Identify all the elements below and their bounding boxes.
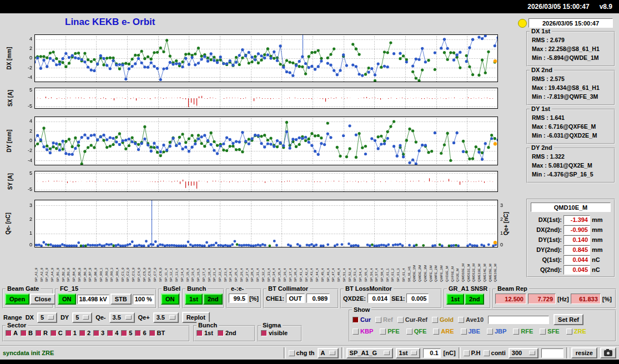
checkbox[interactable]: [121, 330, 127, 336]
checkbox-item-cur[interactable]: Cur: [353, 316, 371, 323]
beam-gate-open-button[interactable]: Open: [5, 294, 29, 305]
checkbox-item-zre[interactable]: ZRE: [566, 328, 586, 335]
ph-checkbox-item[interactable]: P.H: [464, 350, 481, 356]
beam-rep-group-label: Beam Rep: [496, 285, 529, 292]
checkbox[interactable]: [6, 330, 12, 336]
checkbox-item-ave10[interactable]: Ave10: [458, 316, 484, 323]
conti-checkbox[interactable]: [484, 350, 490, 356]
checkbox-item-a[interactable]: A: [6, 330, 18, 336]
checkbox-item-5[interactable]: 5: [121, 330, 132, 336]
beam-gate-close-button[interactable]: Close: [30, 294, 56, 305]
bpm-select-dropdown[interactable]: SP_A1_G: [346, 348, 393, 358]
checkbox[interactable]: [432, 317, 438, 323]
range-dy-dropdown[interactable]: 5: [72, 312, 92, 323]
chg-th-checkbox-item[interactable]: chg th: [289, 350, 315, 356]
checkbox[interactable]: [261, 330, 267, 336]
checkbox[interactable]: [433, 328, 439, 335]
range-dx-dropdown[interactable]: 5: [37, 312, 57, 323]
checkbox-item-3[interactable]: 3: [93, 330, 104, 336]
rate-dropdown[interactable]: 300: [509, 348, 539, 358]
bpm-label: SP_55_4: [364, 251, 368, 282]
checkbox-item-b[interactable]: B: [21, 330, 33, 336]
ph-checkbox[interactable]: [464, 350, 470, 356]
checkbox[interactable]: [66, 330, 72, 336]
checkbox-item-2[interactable]: 2: [79, 330, 90, 336]
checkbox-item-1st[interactable]: 1st: [197, 330, 213, 336]
checkbox[interactable]: [353, 317, 359, 323]
checkbox[interactable]: [197, 330, 203, 336]
checkbox-item-are[interactable]: ARE: [433, 328, 454, 335]
checkbox[interactable]: [353, 328, 359, 335]
checkbox-label: B: [28, 330, 33, 336]
checkbox[interactable]: [540, 328, 546, 335]
resize-button[interactable]: resize: [571, 347, 597, 358]
checkbox[interactable]: [461, 328, 467, 335]
aux-entry[interactable]: [541, 348, 563, 358]
range-qep-dropdown[interactable]: 3.5: [153, 312, 179, 323]
checkbox[interactable]: [513, 328, 519, 335]
checkbox-item-cur-ref[interactable]: Cur-Ref: [397, 316, 427, 323]
fc15-on-button[interactable]: ON: [58, 294, 76, 305]
checkbox-item-1[interactable]: 1: [66, 330, 77, 336]
qxd2e-value: 0.014: [368, 294, 390, 303]
checkbox[interactable]: [93, 330, 99, 336]
bunch-1st-button[interactable]: 1st: [185, 294, 203, 305]
checkbox[interactable]: [36, 330, 42, 336]
checkbox-label: C: [58, 330, 63, 336]
range-qem-dropdown[interactable]: 3.5: [109, 312, 135, 323]
checkbox-item-bt[interactable]: BT: [149, 330, 165, 336]
checkbox[interactable]: [107, 330, 113, 336]
checkbox-item-pfe[interactable]: PFE: [380, 328, 399, 335]
checkbox-item-2nd[interactable]: 2nd: [218, 330, 236, 336]
snsr-2nd-button[interactable]: 2nd: [465, 294, 485, 305]
checkbox[interactable]: [397, 317, 404, 323]
checkbox-item-jbp[interactable]: JBP: [487, 328, 506, 335]
set-ref-button[interactable]: Set Ref: [553, 314, 583, 325]
checkbox[interactable]: [458, 317, 464, 323]
checkbox-item-ref[interactable]: Ref: [375, 316, 393, 323]
checkbox-item-visible[interactable]: visible: [261, 330, 288, 336]
checkbox[interactable]: [380, 328, 386, 335]
checkbox[interactable]: [218, 330, 224, 336]
bunch-2nd-button[interactable]: 2nd: [203, 294, 223, 305]
replot-button[interactable]: Replot: [182, 312, 210, 323]
sector-a-dropdown[interactable]: A: [318, 348, 339, 358]
threshold-entry[interactable]: 0.1: [423, 348, 441, 358]
checkbox-item-kbp[interactable]: KBP: [353, 328, 373, 335]
checkbox-item-rfe[interactable]: RFE: [513, 328, 533, 335]
bpm-label: SP_C4_9: [137, 251, 141, 282]
checkbox[interactable]: [149, 330, 155, 336]
checkbox[interactable]: [375, 317, 381, 323]
checkbox[interactable]: [406, 328, 412, 335]
checkbox-item-sfe[interactable]: SFE: [540, 328, 559, 335]
busel-on-button[interactable]: ON: [161, 294, 179, 305]
snsr-1st-button[interactable]: 1st: [446, 294, 464, 305]
checkbox[interactable]: [51, 330, 57, 336]
checkbox[interactable]: [79, 330, 85, 336]
checkbox[interactable]: [21, 330, 27, 336]
monitor-row-label: DX(1st):: [530, 216, 562, 223]
checkbox-item-jbe[interactable]: JBE: [461, 328, 480, 335]
range-qem-label: Qe-: [95, 314, 105, 321]
bunch-select-dropdown[interactable]: 1st: [396, 348, 420, 358]
fc15-stb-button[interactable]: STB: [110, 294, 132, 305]
checkbox-item-gold[interactable]: Gold: [432, 316, 454, 323]
separator: [566, 347, 568, 358]
checkbox-item-4[interactable]: 4: [107, 330, 118, 336]
checkbox[interactable]: [566, 328, 572, 335]
checkbox-item-qfe[interactable]: QFE: [406, 328, 427, 335]
clock-display: 2026/03/05 15:00:47: [529, 18, 613, 28]
stat-panel-title: DY 2nd: [530, 144, 554, 151]
monitor-row: DY(2nd): 0.845 mm: [529, 245, 613, 255]
bpm-label: SP_C3_9: [132, 251, 135, 282]
bpm-label: SP_33_4: [267, 251, 271, 282]
screenshot-button[interactable]: [600, 347, 616, 358]
checkbox-item-6[interactable]: 6: [135, 330, 146, 336]
checkbox-item-r[interactable]: R: [36, 330, 48, 336]
ref-name-entry[interactable]: [488, 316, 549, 324]
conti-checkbox-item[interactable]: conti: [484, 350, 506, 356]
checkbox[interactable]: [135, 330, 141, 336]
chg-th-checkbox[interactable]: [289, 350, 295, 356]
checkbox-item-c[interactable]: C: [51, 330, 63, 336]
checkbox[interactable]: [487, 328, 493, 335]
